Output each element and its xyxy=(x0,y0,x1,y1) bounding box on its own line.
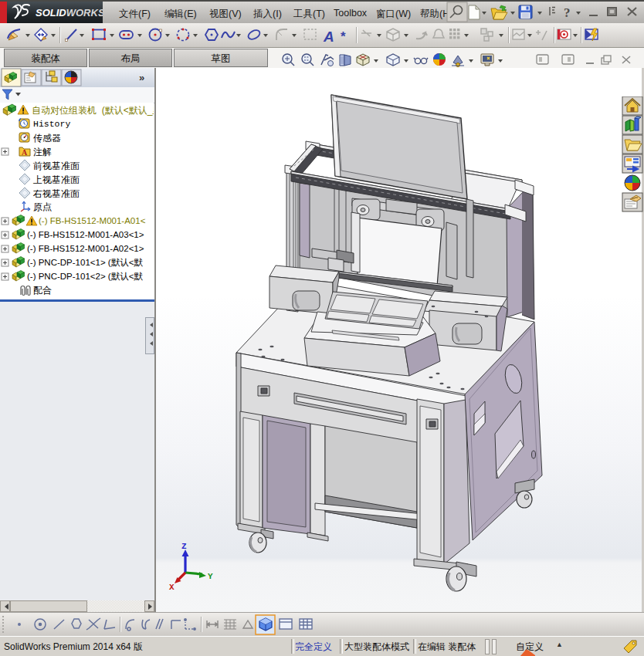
svg-text:?: ? xyxy=(564,5,571,20)
svg-text:*: * xyxy=(341,29,346,44)
svg-text:A: A xyxy=(22,148,28,157)
svg-text:X: X xyxy=(169,583,175,592)
svg-text:»: » xyxy=(139,72,144,83)
svg-text:Z: Z xyxy=(181,542,187,551)
svg-text:A: A xyxy=(323,29,334,45)
svg-text:Y: Y xyxy=(208,572,213,581)
